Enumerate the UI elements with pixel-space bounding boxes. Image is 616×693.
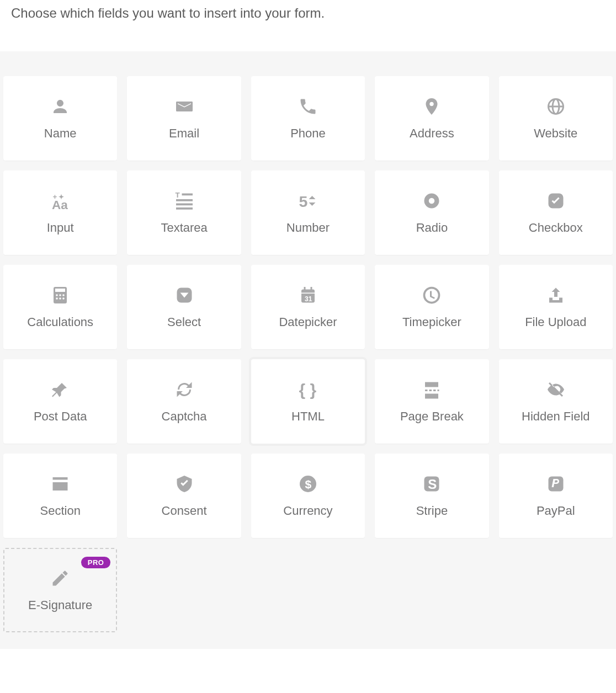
field-label: PayPal [537,504,575,518]
field-card-hidden[interactable]: Hidden Field [499,359,613,444]
field-card-checkbox[interactable]: Checkbox [499,170,613,255]
field-label: Currency [283,504,332,518]
calendar-icon [298,285,318,305]
pin-icon [50,380,70,399]
pro-badge: PRO [81,557,111,568]
field-card-number[interactable]: Number [251,170,365,255]
calculator-icon [50,285,70,305]
field-card-paypal[interactable]: PayPal [499,454,613,538]
field-card-consent[interactable]: Consent [127,454,241,538]
field-card-html[interactable]: HTML [251,359,365,444]
eye-off-icon [546,380,566,399]
field-label: Name [44,126,77,141]
input-icon [50,191,70,211]
pencil-icon [50,568,70,588]
clock-icon [422,285,442,305]
field-label: Consent [162,504,207,518]
refresh-icon [174,380,194,399]
email-icon [174,97,194,116]
field-card-address[interactable]: Address [375,76,488,161]
field-label: Radio [416,221,448,235]
field-label: Email [169,126,199,141]
field-card-textarea[interactable]: Textarea [127,170,241,255]
field-label: Number [286,221,330,235]
field-card-section[interactable]: Section [3,454,117,538]
header: Choose which fields you want to insert i… [0,0,616,51]
field-label: Section [40,504,81,518]
field-label: Post Data [34,409,87,424]
field-card-input[interactable]: Input [3,170,117,255]
field-label: E-Signature [28,598,92,612]
field-card-website[interactable]: Website [499,76,613,161]
braces-icon [298,380,318,399]
field-card-currency[interactable]: Currency [251,454,365,538]
user-icon [50,97,70,116]
field-label: Captcha [162,409,207,424]
field-label: Page Break [400,409,464,424]
field-card-select[interactable]: Select [127,265,241,349]
field-label: Phone [290,126,326,141]
field-picker: NameEmailPhoneAddressWebsiteInputTextare… [0,51,616,649]
shield-icon [174,474,194,494]
stripe-icon [422,474,442,494]
checkbox-icon [546,191,566,211]
location-icon [422,97,442,116]
field-label: Input [47,221,74,235]
number-icon [298,191,318,211]
textarea-icon [174,191,194,211]
select-icon [174,285,194,305]
field-card-stripe[interactable]: Stripe [375,454,488,538]
field-card-radio[interactable]: Radio [375,170,488,255]
phone-icon [298,97,318,116]
upload-icon [546,285,566,305]
field-card-fileupload[interactable]: File Upload [499,265,613,349]
field-card-calculations[interactable]: Calculations [3,265,117,349]
field-label: HTML [291,409,325,424]
field-label: File Upload [525,315,586,329]
field-card-name[interactable]: Name [3,76,117,161]
field-label: Website [534,126,577,141]
field-card-captcha[interactable]: Captcha [127,359,241,444]
field-card-postdata[interactable]: Post Data [3,359,117,444]
field-label: Hidden Field [522,409,590,424]
field-label: Checkbox [529,221,583,235]
field-card-phone[interactable]: Phone [251,76,365,161]
section-icon [50,474,70,494]
field-label: Textarea [161,221,207,235]
globe-icon [546,97,566,116]
field-card-timepicker[interactable]: Timepicker [375,265,488,349]
field-card-email[interactable]: Email [127,76,241,161]
field-card-esignature[interactable]: PROE-Signature [3,548,117,632]
field-label: Timepicker [402,315,461,329]
field-card-pagebreak[interactable]: Page Break [375,359,488,444]
paypal-icon [546,474,566,494]
radio-icon [422,191,442,211]
field-label: Select [167,315,201,329]
field-label: Address [410,126,454,141]
header-title: Choose which fields you want to insert i… [11,6,605,21]
field-card-datepicker[interactable]: Datepicker [251,265,365,349]
dollar-icon [298,474,318,494]
field-label: Calculations [27,315,93,329]
field-label: Datepicker [279,315,337,329]
pagebreak-icon [422,380,442,399]
field-label: Stripe [416,504,448,518]
